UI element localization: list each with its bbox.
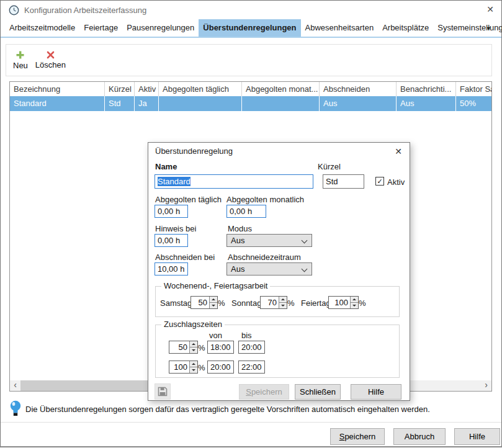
surcharge-row2-percent-value: 100 (169, 361, 189, 373)
save-disk-button[interactable] (155, 383, 171, 400)
tab-abwesenheitsarten[interactable]: Abwesenheitsarten (301, 19, 379, 37)
col-abgegolten-taeglich[interactable]: Abgegolten täglich (159, 82, 242, 96)
close-icon[interactable]: ✕ (486, 4, 494, 14)
bis-header: bis (241, 331, 252, 340)
spin-up-icon[interactable] (279, 297, 287, 302)
name-input[interactable]: Standard (155, 174, 313, 189)
surcharge-row2-percent-label: % (198, 363, 205, 372)
kuerzel-input[interactable]: Std (323, 174, 364, 189)
cell-kuerzel: Std (105, 96, 135, 111)
abgegolten-monatlich-label: Abgegolten monatlich (226, 195, 304, 204)
sonntag-spinner[interactable]: 70 (260, 296, 287, 309)
floppy-disk-icon (158, 387, 168, 396)
dialog-close-icon[interactable]: ✕ (395, 146, 402, 156)
spin-down-icon[interactable] (210, 302, 217, 308)
toolbar: Neu Löschen (6, 44, 492, 76)
col-bezeichnung[interactable]: Bezeichnung (10, 82, 105, 96)
hinweis-input[interactable]: 0,00 h (155, 234, 188, 247)
cell-bezeichnung: Standard (10, 96, 105, 111)
col-faktor-samstag[interactable]: Faktor Sa (456, 82, 491, 96)
dialog-save-button[interactable]: Speichern (239, 384, 289, 400)
footer-separator (1, 422, 501, 423)
abschneidezeitraum-label: Abschneidezeitraum (228, 253, 301, 262)
tab-bar: Arbeitszeitmodelle Feiertage Pausenregel… (1, 19, 501, 38)
tab-ueberstundenregelungen[interactable]: Überstundenregelungen (199, 19, 300, 37)
delete-button[interactable]: Löschen (35, 51, 66, 69)
chevron-down-icon (302, 266, 308, 272)
samstag-value: 50 (191, 297, 209, 308)
abgegolten-taeglich-input[interactable]: 0,00 h (155, 205, 188, 218)
modus-label: Modus (228, 224, 252, 233)
feiertag-percent-label: % (359, 298, 366, 308)
samstag-spinner[interactable]: 50 (190, 296, 218, 309)
modus-dropdown[interactable]: Aus (226, 234, 312, 247)
samstag-percent-label: % (218, 298, 225, 308)
table-row-standard[interactable]: Standard Std Ja Aus Aus 50% (10, 96, 491, 111)
plus-icon (16, 50, 25, 60)
dialog-close-button[interactable]: Schließen (295, 384, 341, 400)
surcharge-row1-percent-label: % (198, 343, 205, 352)
aktiv-label: Aktiv (387, 177, 405, 187)
delete-button-label: Löschen (35, 60, 66, 69)
spin-up-icon[interactable] (190, 341, 197, 347)
tab-arbeitsplaetze[interactable]: Arbeitsplätze (378, 19, 433, 37)
tab-pausenregelungen[interactable]: Pausenregelungen (122, 19, 199, 37)
spin-up-icon[interactable] (210, 297, 217, 302)
surcharge-row1-percent-spinner[interactable]: 50 (169, 341, 198, 354)
new-button[interactable]: Neu (13, 50, 28, 70)
save-button-label: peichern (344, 432, 375, 441)
tab-systemeinstellungen[interactable]: Systemeinstellungen (433, 19, 502, 37)
lightbulb-icon (9, 400, 22, 418)
col-benachrichtigung[interactable]: Benachrichti... (397, 82, 456, 96)
save-button[interactable]: Speichern (330, 428, 385, 445)
dialog-help-button[interactable]: Hilfe (351, 384, 401, 400)
help-button[interactable]: Hilfe (454, 428, 500, 445)
col-aktiv[interactable]: Aktiv (135, 82, 159, 96)
abschneiden-input[interactable]: 10,00 h (155, 262, 188, 276)
modus-dropdown-value: Aus (231, 236, 244, 245)
dialog-save-accel: S (246, 387, 251, 396)
samstag-label: Samstag (160, 298, 192, 308)
spin-down-icon[interactable] (190, 367, 197, 373)
tab-overflow-icon[interactable]: ▼ (486, 25, 491, 32)
surcharge-row1-bis-input[interactable]: 20:00 (238, 341, 265, 354)
aktiv-checkbox[interactable]: ✓ (375, 177, 384, 186)
tab-feiertage[interactable]: Feiertage (79, 19, 122, 37)
abschneiden-label: Abschneiden bei (155, 253, 215, 262)
weekend-group-title: Wochenend-, Feiertagsarbeit (161, 281, 270, 290)
hint-text: Die Überstundenregelungen sorgen dafür d… (25, 405, 430, 414)
abgegolten-monatlich-input[interactable]: 0,00 h (226, 205, 266, 218)
name-label: Name (155, 162, 177, 171)
hinweis-label: Hinweis bei (155, 224, 196, 233)
sonntag-percent-label: % (287, 298, 295, 308)
spin-up-icon[interactable] (190, 361, 197, 367)
surcharge-group-title: Zuschlagszeiten (161, 320, 225, 329)
surcharge-row2-bis-input[interactable]: 22:00 (238, 361, 265, 374)
surcharge-row2-percent-spinner[interactable]: 100 (169, 361, 198, 374)
clock-icon (9, 5, 19, 16)
title-bar: Konfiguration Arbeitszeiterfassung ✕ (1, 1, 501, 19)
feiertag-spinner[interactable]: 100 (328, 296, 359, 309)
cancel-button[interactable]: Abbruch (393, 428, 446, 445)
surcharge-row2-von-input[interactable]: 20:00 (207, 361, 234, 374)
tab-arbeitszeitmodelle[interactable]: Arbeitszeitmodelle (5, 19, 79, 37)
col-abschneiden[interactable]: Abschneiden (320, 82, 397, 96)
spin-up-icon[interactable] (351, 297, 358, 302)
cell-faktor-samstag: 50% (456, 96, 491, 111)
abschneidezeitraum-dropdown-value: Aus (231, 264, 244, 274)
spin-down-icon[interactable] (351, 302, 358, 308)
col-kuerzel[interactable]: Kürzel (105, 82, 135, 96)
name-input-selected-text: Standard (158, 177, 190, 186)
spin-down-icon[interactable] (279, 302, 287, 308)
overtime-rule-dialog: Überstundenregelung ✕ Name Kürzel Standa… (148, 142, 410, 401)
scroll-left-icon[interactable]: ‹ (10, 380, 20, 391)
cell-abgegolten-monatlich (242, 96, 320, 111)
scroll-right-icon[interactable]: › (481, 380, 491, 391)
config-window: Konfiguration Arbeitszeiterfassung ✕ Arb… (0, 0, 502, 447)
hint-bar: Die Überstundenregelungen sorgen dafür d… (1, 398, 501, 421)
spin-down-icon[interactable] (190, 347, 197, 353)
col-abgegolten-monatlich[interactable]: Abgegolten monat... (242, 82, 320, 96)
abschneidezeitraum-dropdown[interactable]: Aus (226, 262, 312, 276)
surcharge-row1-percent-value: 50 (169, 341, 189, 353)
surcharge-row1-von-input[interactable]: 18:00 (207, 341, 234, 354)
